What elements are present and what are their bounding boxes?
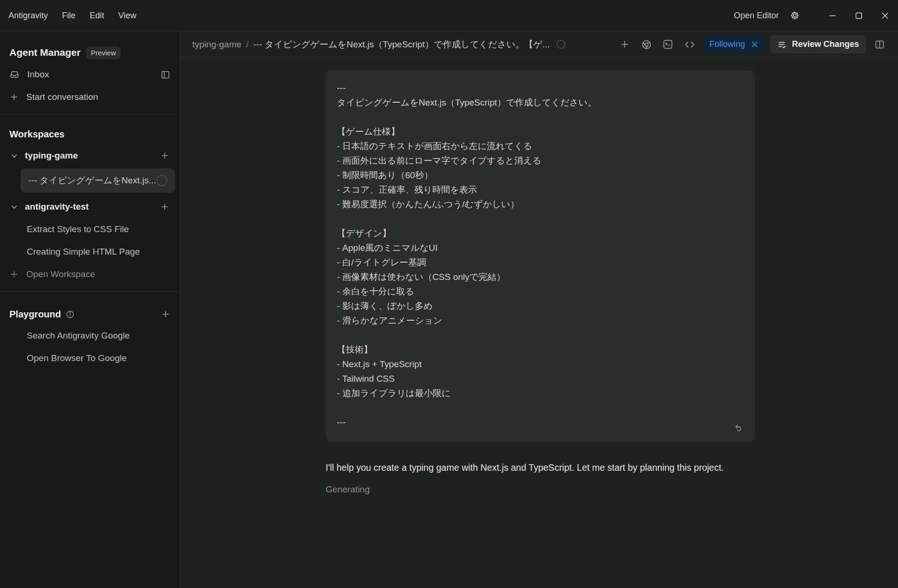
- code-icon[interactable]: [682, 37, 698, 53]
- new-tab-icon[interactable]: [617, 37, 633, 53]
- open-panel-icon[interactable]: [160, 70, 170, 80]
- playground-item-label: Search Antigravity Google: [27, 331, 130, 341]
- preview-badge: Preview: [86, 46, 121, 59]
- breadcrumb-workspace[interactable]: typing-game: [192, 39, 242, 50]
- sidebar-divider: [0, 114, 180, 114]
- settings-gear-icon[interactable]: [789, 10, 800, 21]
- titlebar: Antigravity File Edit View Open Editor: [0, 0, 898, 31]
- menu-edit[interactable]: Edit: [90, 11, 104, 21]
- conversation-label: Creating Simple HTML Page: [27, 247, 140, 257]
- new-playground-icon[interactable]: [161, 309, 170, 319]
- review-changes-button[interactable]: Review Changes: [770, 35, 866, 53]
- sidebar-item-inbox[interactable]: Inbox: [0, 63, 180, 86]
- following-chip[interactable]: Following: [703, 36, 765, 53]
- maximize-button[interactable]: [845, 0, 872, 31]
- conversation-panel: --- タイピングゲームをNext.js（TypeScript）で作成してくださ…: [180, 58, 898, 588]
- minimize-button[interactable]: [819, 0, 845, 31]
- undo-icon[interactable]: [731, 421, 746, 435]
- conversation-spinner: [156, 175, 167, 186]
- app-body: Agent Manager Preview Inbox: [0, 31, 898, 588]
- sidebar-divider: [0, 291, 180, 292]
- workspaces-label: Workspaces: [9, 129, 64, 140]
- assistant-message: I'll help you create a typing game with …: [326, 462, 767, 473]
- conversation-label: Extract Styles to CSS File: [27, 224, 129, 234]
- start-conversation-label: Start conversation: [26, 92, 98, 102]
- playground-item[interactable]: Search Antigravity Google: [0, 324, 180, 347]
- workspace-name: antigravity-test: [25, 202, 89, 212]
- workspace-typing-game[interactable]: typing-game: [0, 144, 180, 167]
- start-conversation-button[interactable]: Start conversation: [0, 86, 180, 108]
- menu-bar: Antigravity File Edit View: [0, 11, 137, 21]
- conversation-item[interactable]: Creating Simple HTML Page: [0, 241, 180, 263]
- user-message-text: --- タイピングゲームをNext.js（TypeScript）で作成してくださ…: [337, 81, 743, 430]
- following-label: Following: [709, 39, 745, 49]
- conversation-item-active[interactable]: --- タイピングゲームをNext.js...: [21, 168, 175, 193]
- main-header: typing-game / --- タイピングゲームをNext.js（TypeS…: [180, 31, 898, 58]
- task-spinner: [556, 40, 565, 49]
- chevron-down-icon[interactable]: [10, 152, 18, 160]
- user-message-card: --- タイピングゲームをNext.js（TypeScript）で作成してくださ…: [326, 70, 755, 442]
- playground-item[interactable]: Open Browser To Google: [0, 347, 180, 369]
- list-check-icon: [777, 40, 787, 49]
- agent-manager-title: Agent Manager: [9, 47, 81, 58]
- main-area: typing-game / --- タイピングゲームをNext.js（TypeS…: [180, 31, 898, 588]
- inbox-label: Inbox: [27, 69, 49, 80]
- menu-antigravity[interactable]: Antigravity: [8, 11, 48, 21]
- open-editor-button[interactable]: Open Editor: [734, 11, 779, 21]
- conversation-item[interactable]: Extract Styles to CSS File: [0, 218, 180, 241]
- new-conversation-icon[interactable]: [160, 151, 169, 160]
- playground-section-header: Playground: [0, 304, 180, 324]
- review-changes-label: Review Changes: [792, 39, 859, 49]
- split-panel-icon[interactable]: [872, 37, 888, 53]
- menu-view[interactable]: View: [118, 11, 137, 21]
- open-workspace-button[interactable]: Open Workspace: [0, 263, 180, 286]
- terminal-icon[interactable]: [660, 37, 676, 53]
- workspace-name: typing-game: [25, 151, 78, 161]
- sidebar-header: Agent Manager Preview: [0, 42, 180, 63]
- app-window: Antigravity File Edit View Open Editor: [0, 0, 898, 588]
- generating-status: Generating: [326, 484, 898, 495]
- menu-file[interactable]: File: [62, 11, 76, 21]
- playground-item-label: Open Browser To Google: [27, 353, 127, 363]
- inbox-icon: [9, 69, 20, 80]
- titlebar-right: Open Editor: [734, 0, 898, 31]
- workspace-antigravity-test[interactable]: antigravity-test: [0, 196, 180, 218]
- workspaces-section-header: Workspaces: [0, 124, 180, 144]
- sidebar: Agent Manager Preview Inbox: [0, 31, 180, 588]
- breadcrumb-separator: /: [246, 39, 249, 50]
- playground-label: Playground: [9, 309, 61, 320]
- chevron-down-icon[interactable]: [10, 203, 18, 211]
- browser-icon[interactable]: [639, 37, 654, 53]
- close-button[interactable]: [872, 0, 898, 31]
- close-following-icon[interactable]: [751, 40, 759, 48]
- plus-icon: [9, 92, 19, 102]
- main-toolbar: Following Review Changes: [617, 35, 888, 53]
- info-icon[interactable]: [66, 310, 75, 319]
- breadcrumb: typing-game / --- タイピングゲームをNext.js（TypeS…: [192, 38, 565, 51]
- window-controls: [819, 0, 898, 31]
- open-workspace-label: Open Workspace: [26, 269, 95, 279]
- conversation-label: --- タイピングゲームをNext.js...: [28, 174, 156, 187]
- breadcrumb-title[interactable]: --- タイピングゲームをNext.js（TypeScript）で作成してくださ…: [253, 38, 550, 51]
- plus-icon: [9, 270, 19, 279]
- new-conversation-icon[interactable]: [160, 202, 169, 211]
